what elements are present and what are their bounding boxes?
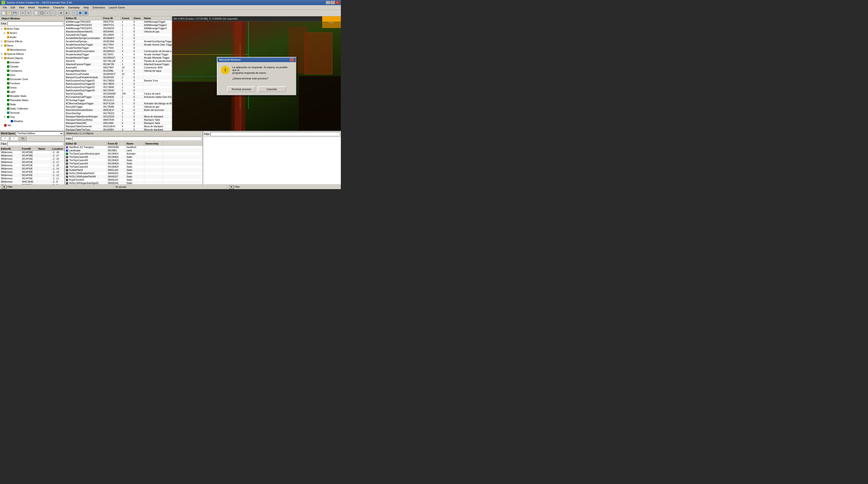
object-row[interactable]: BisonStevSign 00176ED3 2 0 xyxy=(65,112,172,115)
toolbar-btn9[interactable]: 🔧 xyxy=(72,10,77,16)
toolbar-open[interactable]: 📂 xyxy=(6,10,12,16)
tree-climate[interactable]: Climate xyxy=(0,64,64,69)
tree-encounter-zone[interactable]: Encounter Zone xyxy=(0,77,64,81)
go-button[interactable]: Go xyxy=(19,137,26,141)
object-row[interactable]: Automat01 000278KF 10 0 Comertronic 3000 xyxy=(65,66,172,69)
status-filter-btn2[interactable]: ▼ xyxy=(229,185,234,189)
tree-grass[interactable]: Grass xyxy=(0,86,64,90)
object-row[interactable]: ActivateEmilyTrigger 001238D5 2 0 xyxy=(65,33,172,37)
menu-character[interactable]: Character xyxy=(51,6,66,9)
wilderness-row[interactable]: NVDLCi0NRubblePile02 06006263 Static xyxy=(65,172,203,175)
menu-gameplay[interactable]: Gameplay xyxy=(66,6,82,9)
cell-row[interactable]: Wilderness 0014F53E -2, -17 xyxy=(0,161,64,164)
tree-furniture[interactable]: Furniture xyxy=(0,81,64,86)
tree-weather[interactable]: Weather xyxy=(0,119,64,123)
wild-col-name[interactable]: Name xyxy=(126,142,144,146)
object-row[interactable]: BCHostageTrigger 001614CC 1 0 xyxy=(65,99,172,102)
cell-row[interactable]: Wilderness 0014F50E -2, -12 xyxy=(0,174,64,177)
toolbar-btn7[interactable]: ⊕ xyxy=(58,10,63,16)
wild-col-editorid[interactable]: Editor ID xyxy=(65,142,107,146)
cell-row[interactable]: Wilderness 0014F5BE -2, -17 xyxy=(0,154,64,157)
toolbar-btn3[interactable]: ⬜ xyxy=(34,10,39,16)
wilderness-row[interactable]: NVDLCi0NRubblePile048 06006267 Static xyxy=(65,175,203,178)
menu-navmesh[interactable]: NavMesh xyxy=(37,6,51,9)
toolbar-new[interactable]: 📄 xyxy=(1,10,6,16)
wilderness-row[interactable]: RoadChunk03 0600624C Static xyxy=(65,178,203,182)
toolbar-btn8[interactable]: ⊗ xyxy=(64,10,69,16)
dialog-close-button[interactable]: ✕ xyxy=(290,58,294,61)
cell-row[interactable]: Wilderness 0014F53E -2, -15 xyxy=(0,164,64,167)
menu-world[interactable]: World xyxy=(26,6,37,9)
cell-row[interactable]: Wilderness 004C3AA6 -2, -9 xyxy=(0,180,64,183)
object-row[interactable]: ArcadeVentbadTrigger 00176541 1 0 Arcade… xyxy=(65,53,172,56)
coord-x-input[interactable] xyxy=(1,137,9,141)
minimize-button[interactable]: _ xyxy=(326,1,330,4)
coord-y-input[interactable] xyxy=(10,137,18,141)
tree-static[interactable]: Static xyxy=(0,102,64,107)
tree-containers[interactable]: Containers xyxy=(0,69,64,73)
maximize-button[interactable]: □ xyxy=(331,1,335,4)
cell-row[interactable]: Wilderness 0014F50E -2, -13 xyxy=(0,171,64,174)
object-row[interactable]: BisonSteveElevatorButton 000E3E1F 4 0 Bo… xyxy=(65,109,172,112)
toolbar-redo[interactable]: ↪ xyxy=(26,10,31,16)
tree-audio[interactable]: Audio xyxy=(0,35,64,39)
object-row[interactable]: ArcadeBelleSpringsConversation 00168AE9 … xyxy=(65,37,172,40)
object-row[interactable]: AAAMessageTRIGGER3 09169ED4 1 0 AAAMessa… xyxy=(65,27,172,30)
col-name[interactable]: Name xyxy=(143,16,171,20)
tree-placeable-water[interactable]: Placeable Water xyxy=(0,98,64,102)
wilderness-row[interactable]: TheTopsCasino06 001384E8 Static xyxy=(65,159,203,162)
right-filter-input[interactable] xyxy=(211,132,340,136)
tree-items[interactable]: ▷ Items xyxy=(0,43,64,48)
wilderness-row[interactable]: TheTopsCasinoWindowLights 001384E4 Activ… xyxy=(65,152,203,155)
object-row[interactable]: AverageWaterValve 001639BL 8 0 Válvula d… xyxy=(65,69,172,72)
object-row[interactable]: BlackjackTableGMC 09014485 0 0 Blackjack… xyxy=(65,122,172,125)
cell-col-location[interactable]: Location xyxy=(51,147,65,151)
tree-static-collection[interactable]: Static Collection xyxy=(0,107,64,111)
cell-row[interactable]: Wilderness 0014F5BE -2, -18 xyxy=(0,151,64,154)
cell-col-editorid[interactable]: EditorID xyxy=(0,147,21,151)
object-row[interactable]: BananaYuccaPickable 001B690CF 62 0 xyxy=(65,72,172,76)
tree-door[interactable]: Door xyxy=(0,73,64,77)
wilderness-row[interactable]: NavMesh (62 Triangles) 06003DB0 NavMesh xyxy=(65,146,203,149)
toolbar-undo[interactable]: ↩ xyxy=(20,10,25,16)
cell-col-formid[interactable]: FormID xyxy=(21,147,37,151)
object-row[interactable]: BCMonroeDialogueTrigger 001F3C0A 1 0 Act… xyxy=(65,102,172,105)
wilderness-row[interactable]: Landscape 00138E1 Land xyxy=(65,149,203,152)
tree-tree[interactable]: ▽ Tree xyxy=(0,115,64,119)
toolbar-btn5[interactable]: ▪ xyxy=(45,10,50,16)
object-row[interactable]: BarkScorpionDropTrigger03 00173BA0 1 0 xyxy=(65,86,172,89)
object-row[interactable]: BlackjackTableGaryBettys 08007A4A 1 0 Bl… xyxy=(65,118,172,122)
toolbar-btn6[interactable]: ▫ xyxy=(51,10,56,16)
menu-help[interactable]: Help xyxy=(82,6,91,9)
object-row[interactable]: BennylifeTrigger 001795AB 1 0 Válvula de… xyxy=(65,105,172,109)
menu-edit[interactable]: Edit xyxy=(9,6,17,9)
object-row[interactable]: AAAMessageTRIGGER 09007F94 1 0 AAAMessag… xyxy=(65,20,172,24)
cell-col-name[interactable]: Name xyxy=(37,147,51,151)
wilderness-row[interactable]: TheTopsCasino09 001384E8 Static xyxy=(65,155,203,159)
object-row[interactable]: BananaYuccaPickableVentside 0019D433 1 0 xyxy=(65,76,172,79)
menu-file[interactable]: File xyxy=(1,6,9,9)
wilderness-row[interactable]: RubblePile05 06001160 Static xyxy=(65,169,203,172)
object-row[interactable]: BlackjackTableTheTops 001450B4 3 0 Mesa … xyxy=(65,128,172,131)
col-users[interactable]: Users xyxy=(133,16,143,20)
tree-world-objects[interactable]: ▽ World Objects xyxy=(0,56,64,60)
dialog-cancel-button[interactable]: Cancelar xyxy=(258,86,286,92)
tree-light[interactable]: Light xyxy=(0,90,64,94)
object-row[interactable]: AAAMessageTRIGGER2 09007FD1 1 0 AAAMessa… xyxy=(65,24,172,27)
menu-extensions[interactable]: Extensions xyxy=(91,6,107,9)
col-count[interactable]: Count xyxy=(121,16,133,20)
cell-filter-input[interactable] xyxy=(7,142,63,146)
object-row[interactable]: ArcadeHooverDamTrigger 00177654 1 0 Arca… xyxy=(65,43,172,47)
cell-row[interactable]: Wilderness 001383F4 -2, -8 xyxy=(0,183,64,184)
menu-view[interactable]: View xyxy=(17,6,26,9)
wilderness-filter-input[interactable] xyxy=(72,137,202,141)
object-row[interactable]: BarkScorpionDropTrigger02 00173BD5 1 0 xyxy=(65,83,172,86)
object-row[interactable]: BCCovaichanCaftTrigger 001384DE 1 0 Acti… xyxy=(65,95,172,99)
tree-actor-data[interactable]: ▷ Actor Data xyxy=(0,27,64,31)
tree-special-effects[interactable]: ▷ Special Effects xyxy=(0,52,64,56)
object-row[interactable]: ArcadeTestSiteTrigger 00177544 1 0 xyxy=(65,47,172,50)
wild-col-formid[interactable]: Form ID xyxy=(107,142,126,146)
filter-input[interactable] xyxy=(7,22,63,26)
object-row[interactable]: BlackjackTableGomorrah 001614E44 4 0 Mes… xyxy=(65,125,172,128)
cell-row[interactable]: Wilderness 0014F5AE -2, -16 xyxy=(0,157,64,161)
